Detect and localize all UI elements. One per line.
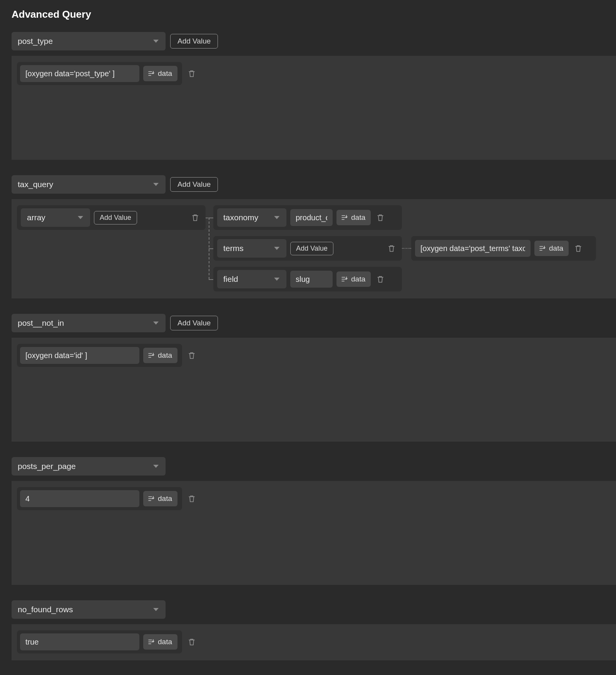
chevron-down-icon	[274, 247, 280, 250]
sort-icon	[539, 245, 546, 251]
query-section-posts-per-page: posts_per_page data	[12, 457, 616, 585]
array-label: array	[27, 213, 45, 222]
value-group: data	[17, 62, 182, 85]
add-value-button[interactable]: Add Value	[170, 177, 218, 192]
data-label: data	[351, 213, 365, 222]
delete-button[interactable]	[186, 636, 198, 648]
param-label: post__not_in	[18, 318, 64, 328]
add-value-button[interactable]: Add Value	[290, 242, 333, 255]
key-label: field	[223, 275, 238, 284]
tax-row-taxonomy: taxonomy data	[213, 205, 402, 230]
key-label: taxonomy	[223, 213, 258, 222]
data-label: data	[549, 244, 563, 253]
trash-icon	[188, 70, 195, 77]
trash-icon	[192, 214, 199, 221]
value-input[interactable]	[20, 65, 139, 82]
param-select[interactable]: post__not_in	[12, 314, 166, 332]
delete-button[interactable]	[186, 492, 198, 505]
chevron-down-icon	[274, 216, 280, 219]
value-group: data	[17, 344, 182, 367]
data-button[interactable]: data	[143, 348, 177, 363]
value-group: data	[17, 630, 182, 653]
sort-icon	[148, 352, 155, 358]
query-section-post-type: post_type Add Value data	[12, 32, 616, 160]
data-label: data	[158, 351, 172, 360]
delete-button[interactable]	[375, 211, 386, 224]
section-header: tax_query Add Value	[12, 175, 616, 194]
key-select[interactable]: taxonomy	[217, 208, 286, 227]
tax-row-terms: terms Add Value	[213, 236, 402, 261]
page-title: Advanced Query	[0, 0, 616, 32]
data-label: data	[158, 638, 172, 646]
array-group: array Add Value	[17, 205, 206, 230]
param-label: no_found_rows	[18, 605, 73, 614]
query-section-tax-query: tax_query Add Value array Add Value	[12, 175, 616, 298]
trash-icon	[188, 495, 195, 502]
delete-button[interactable]	[572, 242, 584, 255]
connector-line	[402, 248, 411, 249]
section-body: data	[12, 56, 616, 160]
sort-icon	[148, 639, 155, 645]
delete-button[interactable]	[186, 67, 198, 80]
data-button[interactable]: data	[143, 66, 177, 81]
param-select[interactable]: posts_per_page	[12, 457, 166, 476]
sort-icon	[148, 496, 155, 502]
data-button[interactable]: data	[143, 634, 177, 650]
tax-row-field: field data	[213, 267, 402, 291]
data-button[interactable]: data	[336, 271, 371, 287]
connector-line	[209, 248, 213, 249]
sort-icon	[341, 214, 348, 221]
chevron-down-icon	[153, 40, 159, 43]
section-body: array Add Value	[12, 199, 616, 298]
trash-icon	[377, 275, 384, 283]
param-select[interactable]: tax_query	[12, 175, 166, 194]
key-select[interactable]: field	[217, 270, 286, 288]
delete-button[interactable]	[375, 273, 386, 285]
section-header: posts_per_page	[12, 457, 616, 476]
param-label: tax_query	[18, 180, 53, 189]
param-label: post_type	[18, 37, 53, 46]
section-body: data	[12, 624, 616, 660]
add-value-button[interactable]: Add Value	[94, 211, 137, 224]
connector-line	[209, 218, 213, 218]
delete-button[interactable]	[386, 242, 397, 255]
data-button[interactable]: data	[336, 210, 371, 225]
chevron-down-icon	[78, 216, 83, 219]
query-section-no-found-rows: no_found_rows data	[12, 600, 616, 660]
value-input[interactable]	[20, 347, 139, 364]
trash-icon	[377, 214, 384, 221]
data-button[interactable]: data	[534, 241, 569, 256]
param-label: posts_per_page	[18, 462, 76, 471]
value-input[interactable]	[20, 633, 139, 650]
trash-icon	[388, 245, 395, 252]
value-input[interactable]	[290, 271, 333, 288]
array-select[interactable]: array	[21, 208, 90, 227]
value-input[interactable]	[20, 490, 139, 507]
section-header: post_type Add Value	[12, 32, 616, 50]
value-input[interactable]	[415, 240, 531, 257]
key-select[interactable]: terms	[217, 239, 286, 258]
section-body: data	[12, 481, 616, 585]
param-select[interactable]: post_type	[12, 32, 166, 50]
value-group: data	[17, 487, 182, 510]
data-button[interactable]: data	[143, 491, 177, 506]
trash-icon	[188, 638, 195, 646]
terms-nested-group: data	[411, 236, 596, 261]
section-header: post__not_in Add Value	[12, 314, 616, 332]
delete-button[interactable]	[189, 211, 201, 224]
chevron-down-icon	[274, 278, 280, 281]
delete-button[interactable]	[186, 349, 198, 362]
sort-icon	[341, 276, 348, 282]
section-body: data	[12, 338, 616, 442]
chevron-down-icon	[153, 465, 159, 468]
param-select[interactable]: no_found_rows	[12, 600, 166, 619]
add-value-button[interactable]: Add Value	[170, 34, 218, 49]
connector-line	[209, 279, 213, 280]
chevron-down-icon	[153, 608, 159, 611]
data-label: data	[351, 275, 365, 283]
add-value-button[interactable]: Add Value	[170, 316, 218, 330]
value-input[interactable]	[290, 209, 333, 226]
data-label: data	[158, 69, 172, 78]
key-label: terms	[223, 244, 244, 253]
chevron-down-icon	[153, 322, 159, 325]
